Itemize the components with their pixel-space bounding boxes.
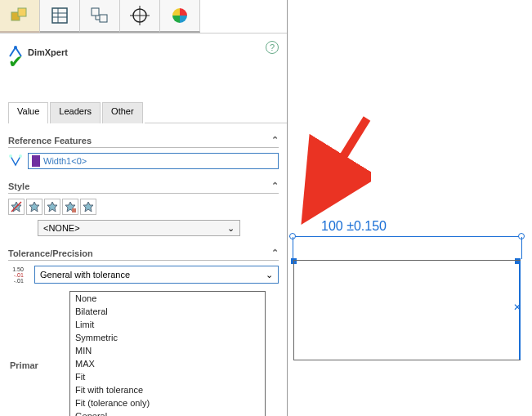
- combo-value: General with tolerance: [40, 270, 130, 280]
- dimension-line: [289, 236, 524, 237]
- width-icon: [8, 154, 23, 168]
- style-icon-1[interactable]: [8, 199, 25, 215]
- dropdown-item[interactable]: Bilateral: [70, 305, 265, 318]
- dropdown-item[interactable]: MIN: [70, 344, 265, 357]
- dropdown-item[interactable]: Symmetric: [70, 331, 265, 344]
- tab-value[interactable]: Value: [8, 102, 48, 123]
- dimension-label[interactable]: 100 ±0.150: [321, 219, 387, 234]
- dropdown-item[interactable]: Fit: [70, 370, 265, 383]
- dropdown-item[interactable]: Fit with tolerance: [70, 383, 265, 396]
- tab-leaders[interactable]: Leaders: [50, 102, 101, 123]
- extension-line-right: [521, 237, 522, 259]
- style-icon-2[interactable]: [26, 199, 42, 215]
- style-select[interactable]: <NONE> ⌄: [38, 220, 240, 236]
- svg-rect-7: [100, 15, 107, 22]
- reference-value: Width1<0>: [43, 156, 87, 166]
- chevron-down-icon: ⌄: [266, 270, 273, 280]
- panel-title: DimXpert: [28, 47, 68, 57]
- svg-point-14: [14, 46, 17, 49]
- style-icon-3[interactable]: [44, 199, 60, 215]
- section-title: Reference Features: [8, 136, 92, 145]
- section-title: Style: [8, 181, 29, 191]
- tolerance-header[interactable]: Tolerance/Precision ⌃: [8, 248, 279, 261]
- ok-check-icon[interactable]: ✔: [8, 51, 23, 73]
- dropdown-item[interactable]: Limit: [70, 318, 265, 331]
- target-button[interactable]: [120, 0, 160, 33]
- tolerance-dropdown: None Bilateral Limit Symmetric MIN MAX F…: [69, 291, 266, 416]
- tolerance-type-icon: 1.50-.01-.01: [8, 266, 28, 284]
- midpoint-marker: ✕: [513, 302, 521, 313]
- collapse-icon: ⌃: [271, 248, 279, 258]
- chevron-down-icon: ⌄: [227, 223, 235, 234]
- dropdown-item[interactable]: Fit (tolerance only): [70, 396, 265, 409]
- reference-features-section: Reference Features ⌃ Width1<0>: [0, 135, 287, 169]
- svg-rect-2: [52, 8, 67, 23]
- svg-rect-18: [72, 208, 76, 212]
- section-title: Tolerance/Precision: [8, 248, 93, 258]
- feature-tree-button[interactable]: [0, 0, 40, 33]
- dropdown-item[interactable]: None: [70, 292, 265, 305]
- svg-rect-1: [18, 8, 26, 16]
- style-section: Style ⌃ <NONE> ⌄: [0, 181, 287, 236]
- style-icon-5[interactable]: [80, 199, 96, 215]
- sketch-rectangle[interactable]: [293, 260, 521, 360]
- tab-other[interactable]: Other: [102, 102, 143, 123]
- panel-header: DimXpert ?: [0, 34, 287, 71]
- style-icon-4[interactable]: [62, 199, 78, 215]
- svg-point-15: [9, 154, 12, 158]
- reference-input[interactable]: Width1<0>: [28, 153, 279, 169]
- svg-point-16: [19, 154, 22, 158]
- dropdown-item[interactable]: General: [70, 409, 265, 416]
- tab-bar: Value Leaders Other: [0, 102, 287, 123]
- help-icon[interactable]: ?: [266, 41, 279, 54]
- collapse-icon: ⌃: [271, 135, 279, 145]
- property-manager-button[interactable]: [40, 0, 80, 33]
- config-manager-button[interactable]: [80, 0, 120, 33]
- appearance-button[interactable]: [160, 0, 200, 33]
- reference-features-header[interactable]: Reference Features ⌃: [8, 135, 279, 148]
- tolerance-type-combo[interactable]: General with tolerance ⌄: [34, 266, 279, 284]
- style-select-value: <NONE>: [43, 223, 80, 233]
- color-chip: [32, 155, 40, 167]
- primary-section-label: Primar: [10, 360, 38, 370]
- dropdown-item[interactable]: MAX: [70, 357, 265, 370]
- style-header[interactable]: Style ⌃: [8, 181, 279, 194]
- svg-rect-6: [92, 8, 99, 16]
- top-toolbar: [0, 0, 287, 34]
- tolerance-precision-section: Tolerance/Precision ⌃ 1.50-.01-.01 Gener…: [0, 248, 287, 284]
- collapse-icon: ⌃: [271, 181, 279, 191]
- extension-line-left: [293, 237, 293, 259]
